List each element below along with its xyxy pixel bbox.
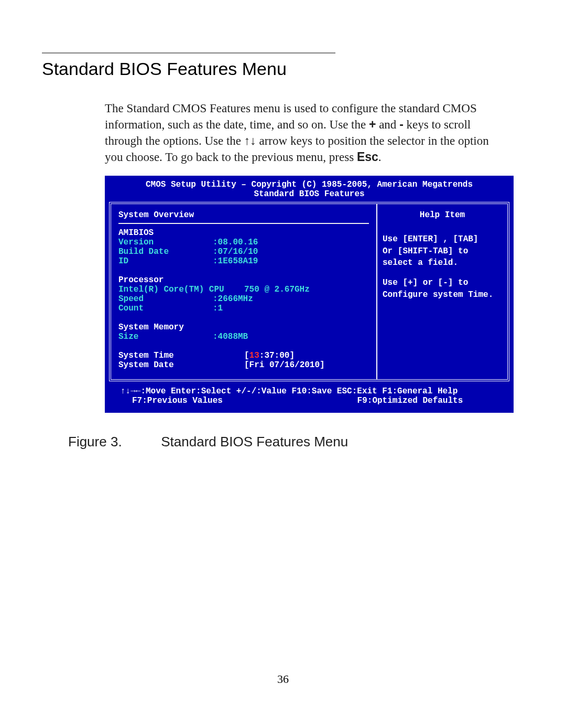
help-line-2: Or [SHIFT-TAB] to bbox=[383, 245, 502, 257]
bios-screen: CMOS Setup Utility – Copyright (C) 1985-… bbox=[105, 176, 514, 413]
system-time-value[interactable]: [13:37:00] bbox=[244, 351, 295, 360]
bios-help-panel: Help Item Use [ENTER] , [TAB] Or [SHIFT-… bbox=[376, 204, 507, 379]
page-number: 36 bbox=[42, 672, 524, 686]
spacer bbox=[118, 266, 369, 275]
plus-key: + bbox=[369, 117, 376, 131]
size-label: Size bbox=[118, 332, 213, 341]
cpu-label: Intel(R) Core(TM) CPU bbox=[118, 285, 244, 294]
para-frag-2: and bbox=[376, 118, 399, 131]
count-row: Count :1 bbox=[118, 304, 369, 313]
speed-value: :2666MHz bbox=[213, 294, 253, 304]
bios-inner: System Overview AMIBIOS Version :08.00.1… bbox=[109, 202, 509, 381]
id-label: ID bbox=[118, 256, 213, 266]
system-time-row[interactable]: System Time [13:37:00] bbox=[118, 351, 369, 360]
arrow-keys: ↑↓ bbox=[244, 134, 256, 147]
version-row: Version :08.00.16 bbox=[118, 238, 369, 247]
amibios-heading: AMIBIOS bbox=[118, 228, 369, 238]
bios-footer: ↑↓→←:Move Enter:Select +/-/:Value F10:Sa… bbox=[106, 381, 513, 412]
figure-number: Figure 3. bbox=[68, 434, 157, 450]
date-value: Fri 07/16/2010 bbox=[249, 360, 320, 370]
help-line-5: Configure system Time. bbox=[383, 289, 502, 301]
size-value: :4088MB bbox=[213, 332, 248, 341]
intro-paragraph: The Standard CMOS Features menu is used … bbox=[105, 100, 503, 165]
spacer bbox=[118, 341, 369, 351]
para-frag-5: . bbox=[378, 151, 382, 164]
minus-key: - bbox=[399, 117, 404, 131]
system-overview-heading: System Overview bbox=[118, 210, 369, 220]
bios-header: CMOS Setup Utility – Copyright (C) 1985-… bbox=[106, 177, 513, 202]
build-label: Build Date bbox=[118, 247, 213, 256]
figure-caption: Figure 3. Standard BIOS Features Menu bbox=[68, 434, 524, 450]
spacer bbox=[383, 269, 502, 277]
footer-line1: ↑↓→←:Move Enter:Select +/-/:Value F10:Sa… bbox=[121, 387, 507, 396]
system-date-value[interactable]: [Fri 07/16/2010] bbox=[244, 360, 325, 370]
size-row: Size :4088MB bbox=[118, 332, 369, 341]
count-value: :1 bbox=[213, 304, 223, 313]
version-label: Version bbox=[118, 238, 213, 247]
cpu-value: 750 @ 2.67GHz bbox=[244, 285, 310, 294]
bios-header-line2: Standard BIOS Features bbox=[110, 189, 508, 199]
footer-f7: F7:Previous Values bbox=[132, 396, 352, 405]
figure-title: Standard BIOS Features Menu bbox=[161, 434, 348, 449]
system-date-label: System Date bbox=[118, 360, 244, 370]
processor-heading: Processor bbox=[118, 275, 369, 285]
bios-header-line1: CMOS Setup Utility – Copyright (C) 1985-… bbox=[110, 180, 508, 189]
time-hh: 13 bbox=[249, 351, 259, 360]
cpu-row: Intel(R) Core(TM) CPU 750 @ 2.67GHz bbox=[118, 285, 369, 294]
id-value: :1E658A19 bbox=[213, 256, 258, 266]
spacer bbox=[118, 313, 369, 323]
build-value: :07/16/10 bbox=[213, 247, 258, 256]
time-rest: :37:00 bbox=[259, 351, 290, 360]
help-item-title: Help Item bbox=[383, 210, 502, 220]
version-value: :08.00.16 bbox=[213, 238, 258, 247]
help-line-4: Use [+] or [-] to bbox=[383, 277, 502, 288]
footer-line2: F7:Previous Values F9:Optimized Defaults bbox=[132, 396, 507, 405]
build-row: Build Date :07/16/10 bbox=[118, 247, 369, 256]
help-line-3: select a field. bbox=[383, 257, 502, 269]
system-date-row[interactable]: System Date [Fri 07/16/2010] bbox=[118, 360, 369, 370]
bios-left-panel: System Overview AMIBIOS Version :08.00.1… bbox=[111, 204, 376, 379]
id-row: ID :1E658A19 bbox=[118, 256, 369, 266]
memory-heading: System Memory bbox=[118, 323, 369, 332]
section-title: Standard BIOS Features Menu bbox=[42, 59, 524, 79]
help-line-1: Use [ENTER] , [TAB] bbox=[383, 233, 502, 245]
system-time-label: System Time bbox=[118, 351, 244, 360]
esc-key: Esc bbox=[357, 150, 378, 164]
speed-label: Speed bbox=[118, 294, 213, 304]
count-label: Count bbox=[118, 304, 213, 313]
separator bbox=[118, 223, 369, 224]
section-rule bbox=[42, 52, 335, 53]
footer-f9: F9:Optimized Defaults bbox=[357, 396, 463, 405]
speed-row: Speed :2666MHz bbox=[118, 294, 369, 304]
